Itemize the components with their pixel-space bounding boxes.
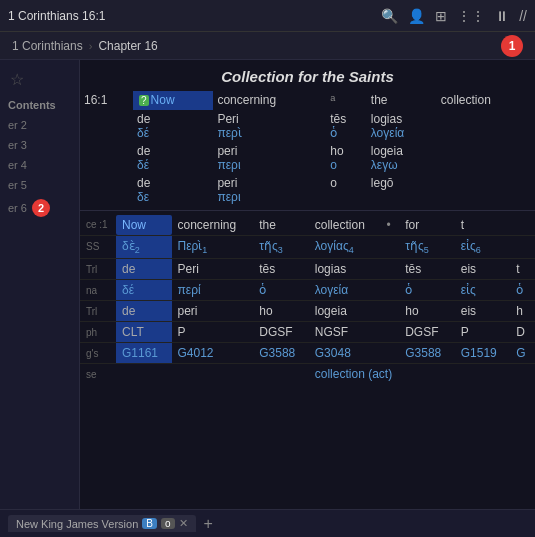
cell-dot: • <box>380 215 399 236</box>
main-area: ☆ Contents er 2 er 3 er 4 er 5 er 6 2 Co… <box>0 60 535 509</box>
cell-trl-peri: Peri <box>172 259 254 280</box>
greek-peri-3: periπερι <box>213 174 326 206</box>
cell-ph-empty <box>380 322 399 343</box>
people-icon[interactable]: 👤 <box>408 8 425 24</box>
cell-ph-dgsf2: DGSF <box>399 322 455 343</box>
tab-close-nkjv[interactable]: ✕ <box>179 517 188 530</box>
cell-strongs-g3588b[interactable]: G3588 <box>399 343 455 364</box>
search-icon[interactable]: 🔍 <box>381 8 398 24</box>
cell-strongs-g1519[interactable]: G1519 <box>455 343 511 364</box>
interlinear-grid: ce :1 Now concerning the collection • fo… <box>80 215 535 384</box>
toolbar-title: 1 Corinthians 16:1 <box>8 9 373 23</box>
section-title: Collection for the Saints <box>80 68 535 85</box>
cell-greek-de: δὲ2 <box>116 235 172 258</box>
cell-strongs-g3588[interactable]: G3588 <box>253 343 309 364</box>
sidebar-item-ch5[interactable]: er 5 <box>0 175 79 195</box>
cell-empty-dot <box>380 235 399 258</box>
breadcrumb: 1 Corinthians › Chapter 16 1 <box>0 32 535 60</box>
cell-strongs-g4012[interactable]: G4012 <box>172 343 254 364</box>
top-interlinear-table: 16:1 ?Now concerning a the collection de… <box>80 91 535 206</box>
row-label-strongs: g's <box>80 343 116 364</box>
cell-now[interactable]: Now <box>116 215 172 236</box>
cell-lex-ho2: ὁ <box>399 280 455 301</box>
word-concerning: concerning <box>213 91 326 110</box>
sidebar-item-ch6[interactable]: er 6 2 <box>0 195 79 221</box>
cell-the: the <box>253 215 309 236</box>
cell-strongs-g[interactable]: G <box>510 343 535 364</box>
greek-logeia-2: logeiaλεγω <box>367 142 437 174</box>
cell-t2 <box>510 235 535 258</box>
sidebar-item-ch2[interactable]: er 2 <box>0 115 79 135</box>
cell-trl2-de: de <box>116 301 172 322</box>
cell-trl2-empty <box>380 301 399 322</box>
cell-ph-clt: CLT <box>116 322 172 343</box>
row-label-ref: ce :1 <box>80 215 116 236</box>
cell-lex-peri: περί <box>172 280 254 301</box>
badge-1: 1 <box>501 35 523 57</box>
greek-peri-2: periπερι <box>213 142 326 174</box>
cell-trl-empty <box>380 259 399 280</box>
breadcrumb-current[interactable]: Chapter 16 <box>98 39 157 53</box>
greek-peri-1: Periπερὶ <box>213 110 326 142</box>
row-label-def: se <box>80 364 116 385</box>
add-tab-button[interactable]: + <box>204 515 213 533</box>
cell-trl-tes: tēs <box>253 259 309 280</box>
row-label-trl2: Trl <box>80 301 116 322</box>
cell-ph-p2: P <box>455 322 511 343</box>
layout-icon[interactable]: ⊞ <box>435 8 447 24</box>
cell-collection: collection <box>309 215 381 236</box>
greek-logo-3: legō <box>367 174 437 206</box>
cell-trl-de: de <box>116 259 172 280</box>
slash-icon[interactable]: // <box>519 8 527 24</box>
columns-icon[interactable]: ⋮⋮ <box>457 8 485 24</box>
cell-lex-empty <box>380 280 399 301</box>
tab-nkjv[interactable]: New King James Version B o ✕ <box>8 515 196 532</box>
cell-lex-logeia: λογεία <box>309 280 381 301</box>
greek-tes-1: tēsὁ <box>326 110 367 142</box>
cell-lex-eis: εἰς <box>455 280 511 301</box>
word-collection: collection <box>437 91 535 110</box>
sidebar-item-ch4[interactable]: er 4 <box>0 155 79 175</box>
greek-logias-1: logiasλογεία <box>367 110 437 142</box>
cell-trl2-h: h <box>510 301 535 322</box>
cell-greek-logias: λογίας4 <box>309 235 381 258</box>
cell-lex-de: δέ <box>116 280 172 301</box>
sidebar-label: Contents <box>0 95 79 115</box>
content-pane[interactable]: Collection for the Saints 16:1 ?Now conc… <box>80 60 535 509</box>
greek-ho-2: hoo <box>326 142 367 174</box>
cell-for: for <box>399 215 455 236</box>
cell-concerning: concerning <box>172 215 254 236</box>
greek-ho-3: o <box>326 174 367 206</box>
sidebar: ☆ Contents er 2 er 3 er 4 er 5 er 6 2 <box>0 60 80 509</box>
cell-trl-eis: eis <box>455 259 511 280</box>
cell-strongs-empty <box>380 343 399 364</box>
cell-trl-t: t <box>510 259 535 280</box>
cell-t: t <box>455 215 511 236</box>
tab-badge-b: B <box>142 518 157 529</box>
word-now-highlight[interactable]: ?Now <box>133 91 213 110</box>
cell-strongs-g1161[interactable]: G1161 <box>116 343 172 364</box>
cell-definition: collection (act) <box>309 364 510 385</box>
toolbar-icons: 🔍 👤 ⊞ ⋮⋮ ⏸ // <box>381 8 527 24</box>
cell-ph-p: P <box>172 322 254 343</box>
row-label-trl1: Trl <box>80 259 116 280</box>
sidebar-badge-2: 2 <box>32 199 50 217</box>
breadcrumb-parent[interactable]: 1 Corinthians <box>12 39 83 53</box>
word-the: the <box>367 91 437 110</box>
tab-badge-o: o <box>161 518 175 529</box>
cell-lex-o: ὁ <box>510 280 535 301</box>
favorite-star[interactable]: ☆ <box>0 64 79 95</box>
cell-empty-def <box>116 364 309 385</box>
cell-strongs-g3048[interactable]: G3048 <box>309 343 381 364</box>
cell-ph-d: D <box>510 322 535 343</box>
greek-de-1: deδέ <box>133 110 213 142</box>
verse-label: 16:1 <box>80 91 133 110</box>
cell-greek-peri: Περὶ1 <box>172 235 254 258</box>
cell-ph-ngsf: NGSF <box>309 322 381 343</box>
cell-trl2-logeia: logeia <box>309 301 381 322</box>
pause-icon[interactable]: ⏸ <box>495 8 509 24</box>
cell-ph-dgsf: DGSF <box>253 322 309 343</box>
sidebar-item-ch3[interactable]: er 3 <box>0 135 79 155</box>
cell-trl2-ho2: ho <box>399 301 455 322</box>
tab-label-nkjv: New King James Version <box>16 518 138 530</box>
